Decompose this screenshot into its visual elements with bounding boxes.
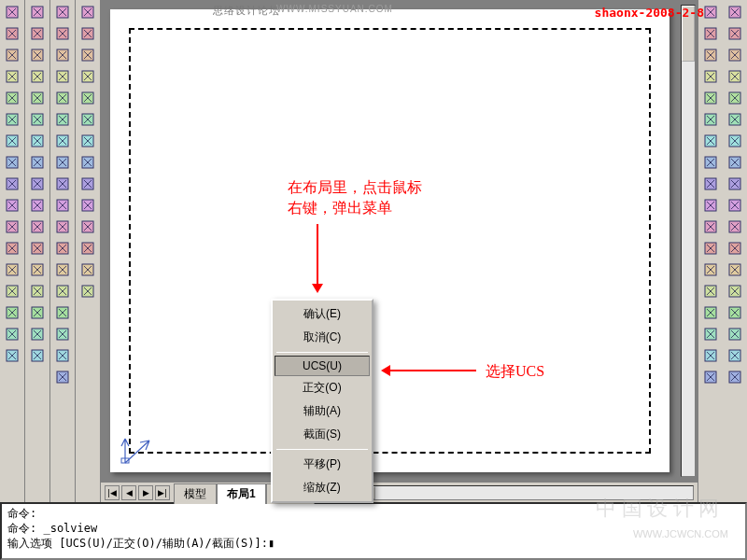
wire-pyramid-icon[interactable] [27,174,48,194]
imprint-icon[interactable] [52,281,73,301]
taper-face-icon[interactable] [52,217,73,237]
origin-ucs-icon[interactable] [78,131,98,151]
rect-icon[interactable] [700,88,721,108]
z-ucs-icon[interactable] [78,238,98,259]
view-ucs-icon[interactable] [78,109,98,130]
gradient-icon[interactable] [700,302,721,323]
menu-item-正交o[interactable]: 正交(O) [275,376,370,399]
wire-mesh-icon[interactable] [27,195,48,216]
tab-nav-last[interactable]: ▶| [155,485,170,500]
zaxis-ucs-icon[interactable] [78,152,98,173]
wire-rev-icon[interactable] [27,259,48,280]
scrollbar-vertical[interactable] [681,5,696,477]
torus-icon[interactable] [2,109,22,130]
revcloud-icon[interactable] [700,152,721,173]
interfere-icon[interactable] [2,217,22,237]
wedge-icon[interactable] [2,23,22,44]
subtract-icon[interactable] [2,259,22,280]
cone-icon[interactable] [2,45,22,65]
wire-cone-icon[interactable] [27,45,48,65]
move-face-icon[interactable] [52,131,73,151]
wire-dome-icon[interactable] [27,131,48,151]
pline-icon[interactable] [700,45,721,65]
extend-icon[interactable] [725,217,745,237]
block-icon[interactable] [700,238,721,259]
3dalign-icon[interactable] [52,88,73,108]
wire-rule-icon[interactable] [27,302,48,323]
polygon-icon[interactable] [700,66,721,87]
box-icon[interactable] [2,2,22,22]
copy-face-icon[interactable] [52,238,73,259]
cylinder-icon[interactable] [2,88,22,108]
menu-item-平移p[interactable]: 平移(P) [275,453,370,476]
circle-icon[interactable] [700,131,721,151]
wire-cyl-icon[interactable] [27,88,48,108]
face-ucs-icon[interactable] [78,66,98,87]
menu-item-截面s[interactable]: 截面(S) [275,423,370,446]
3pt-ucs-icon[interactable] [78,174,98,194]
tab-model[interactable]: 模型 [174,483,217,504]
spline-icon[interactable] [700,174,721,194]
ellipsearc-icon[interactable] [700,217,721,237]
erase-icon[interactable] [725,2,745,22]
apply-ucs-icon[interactable] [78,259,98,280]
delete-face-icon[interactable] [52,174,73,194]
canvas-wrap[interactable]: 思络设计论坛 WWW.MISSYUAN.COM [101,0,698,482]
tab-layout1[interactable]: 布局1 [217,483,266,504]
3dmirror-icon[interactable] [52,23,73,44]
break-icon[interactable] [725,238,745,259]
join-icon[interactable] [725,259,745,280]
wire-sphere-icon[interactable] [27,66,48,87]
menu-item-ucsu[interactable]: UCS(U) [275,356,370,376]
mirror-icon[interactable] [725,45,745,65]
wire-tab-icon[interactable] [27,281,48,301]
array-icon[interactable] [725,88,745,108]
menu-item-辅助a[interactable]: 辅助(A) [275,399,370,423]
world-ucs-icon[interactable] [78,23,98,44]
check-icon[interactable] [52,367,73,387]
stretch-icon[interactable] [725,174,745,194]
hatch-icon[interactable] [700,281,721,301]
wire-torus-icon[interactable] [27,109,48,130]
copy-icon[interactable] [725,23,745,44]
x-ucs-icon[interactable] [78,195,98,216]
extrude-icon[interactable] [2,131,22,151]
clean-icon[interactable] [52,302,73,323]
menu-item-缩放z[interactable]: 缩放(Z) [275,476,370,499]
wire-edge-icon[interactable] [27,238,48,259]
menu-item-确认e[interactable]: 确认(E) [275,302,370,326]
fillet-icon[interactable] [725,302,745,323]
tab-nav-first[interactable]: |◀ [105,485,120,500]
obj-ucs-icon[interactable] [78,88,98,108]
sphere-icon[interactable] [2,66,22,87]
paint-icon[interactable] [725,367,745,387]
chamfer-icon[interactable] [725,281,745,301]
shell-icon[interactable] [52,345,73,366]
prev-ucs-icon[interactable] [78,45,98,65]
tab-nav-next[interactable]: ▶ [138,485,153,500]
offset-icon[interactable] [725,66,745,87]
rotate-icon[interactable] [725,131,745,151]
menu-item-取消c[interactable]: 取消(C) [275,326,370,349]
move-icon[interactable] [725,109,745,130]
trim-icon[interactable] [725,195,745,216]
rotate-face-icon[interactable] [52,195,73,216]
scale-icon[interactable] [725,152,745,173]
separate-icon[interactable] [52,324,73,344]
extrude-face-icon[interactable] [52,109,73,130]
wire-box-icon[interactable] [27,2,48,22]
y-ucs-icon[interactable] [78,217,98,237]
intersect-icon[interactable] [2,281,22,301]
empty-icon[interactable] [27,345,48,366]
render-icon[interactable] [2,302,22,323]
arc-icon[interactable] [700,109,721,130]
ucs-icon[interactable] [78,2,98,22]
tab-nav-prev[interactable]: ◀ [121,485,136,500]
table-icon[interactable] [700,345,721,366]
hide-icon[interactable] [2,324,22,344]
3darray-icon[interactable] [52,45,73,65]
shade-icon[interactable] [2,345,22,366]
align-icon[interactable] [52,66,73,87]
revolve-icon[interactable] [2,152,22,173]
wire-wedge-icon[interactable] [27,23,48,44]
